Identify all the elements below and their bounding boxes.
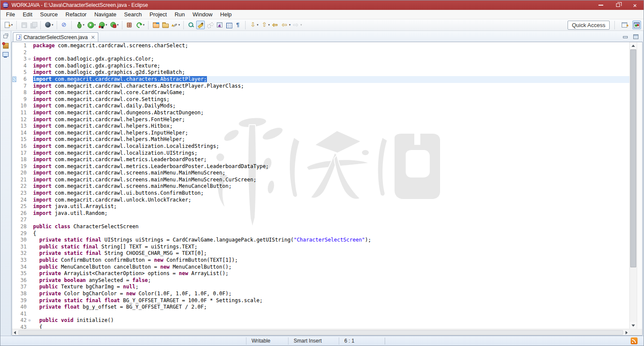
debug-button[interactable]: ▾ <box>75 21 85 29</box>
code-line-26[interactable]: 26import java.util.Random; <box>12 210 629 217</box>
code-line-23[interactable]: 23import com.megacrit.cardcrawl.ui.butto… <box>12 190 629 197</box>
code-line-9[interactable]: 9import com.megacrit.cardcrawl.core.Sett… <box>12 96 629 103</box>
code-line-14[interactable]: 14import com.megacrit.cardcrawl.helpers.… <box>12 130 629 137</box>
next-annotation-button[interactable]: ▾ <box>249 21 259 29</box>
code-line-27[interactable]: 27 <box>12 217 629 224</box>
code-line-30[interactable]: 30 private static final UIStrings uiStri… <box>12 237 629 244</box>
code-line-36[interactable]: 36 private boolean anySelected = false; <box>12 277 629 284</box>
code-line-10[interactable]: 10import com.megacrit.cardcrawl.daily.Da… <box>12 103 629 110</box>
fold-collapse-icon[interactable]: ⊖ <box>28 56 33 63</box>
package-explorer-icon[interactable] <box>2 42 9 49</box>
code-line-19[interactable]: 19import com.megacrit.cardcrawl.metrics.… <box>12 163 629 170</box>
menu-run[interactable]: Run <box>171 10 189 19</box>
scroll-right-icon[interactable] <box>623 329 629 336</box>
open-perspective-button[interactable] <box>620 21 629 29</box>
code-line-2[interactable]: 2 <box>12 49 629 56</box>
maximize-view-icon[interactable] <box>632 34 638 39</box>
last-edit-location-button[interactable] <box>271 21 280 29</box>
vertical-scrollbar[interactable] <box>629 42 637 329</box>
menu-source[interactable]: Source <box>36 10 61 19</box>
feed-icon[interactable] <box>631 337 638 344</box>
prev-annotation-button[interactable]: ▾ <box>260 21 271 29</box>
code-line-37[interactable]: 37 public Texture bgCharImg = null; <box>12 284 629 291</box>
back-button[interactable]: ▾ <box>281 21 292 29</box>
code-line-40[interactable]: 40 private float bg_y_offset = BG_Y_OFFS… <box>12 304 629 311</box>
profile-button[interactable]: ▾ <box>109 21 120 29</box>
code-line-25[interactable]: 25import java.util.ArrayList; <box>12 203 629 210</box>
vertical-scroll-thumb[interactable] <box>630 49 636 267</box>
show-grid-button[interactable] <box>225 21 233 29</box>
scroll-up-icon[interactable] <box>630 42 637 49</box>
gwt-compile-dropdown-icon[interactable]: ▾ <box>143 23 145 27</box>
code-line-29[interactable]: 29{ <box>12 230 629 237</box>
menu-search[interactable]: Search <box>120 10 146 19</box>
code-line-31[interactable]: 31 public static final String[] TEXT = u… <box>12 244 629 251</box>
code-area[interactable]: 1package com.megacrit.cardcrawl.screens.… <box>12 42 629 329</box>
code-line-13[interactable]: 13import com.megacrit.cardcrawl.helpers.… <box>12 123 629 130</box>
fold-collapse-icon[interactable]: ⊖ <box>28 317 33 324</box>
pen-search-button[interactable]: ▾ <box>170 21 181 29</box>
menu-edit[interactable]: Edit <box>19 10 36 19</box>
run-dropdown-icon[interactable]: ▾ <box>94 23 96 27</box>
code-line-1[interactable]: 1package com.megacrit.cardcrawl.screens.… <box>12 43 629 49</box>
code-line-8[interactable]: 8import com.megacrit.cardcrawl.core.Card… <box>12 89 629 96</box>
link-editor-button[interactable] <box>215 21 224 29</box>
menu-window[interactable]: Window <box>189 10 216 19</box>
quick-access-button[interactable]: Quick Access <box>568 21 610 30</box>
import-folder-button[interactable] <box>152 21 160 29</box>
web-browser-dropdown-icon[interactable]: ▾ <box>52 23 54 27</box>
coverage-dropdown-icon[interactable]: ▾ <box>106 23 107 27</box>
scroll-left-icon[interactable] <box>12 329 18 336</box>
forward-dropdown-icon[interactable]: ▾ <box>301 23 302 27</box>
open-type-button[interactable] <box>187 21 195 29</box>
code-line-35[interactable]: 35 private ArrayList<CharacterOption> op… <box>12 270 629 277</box>
code-line-22[interactable]: 22import com.megacrit.cardcrawl.screens.… <box>12 183 629 190</box>
minimize-button[interactable] <box>592 0 609 10</box>
code-line-6[interactable]: 6import com.megacrit.cardcrawl.character… <box>12 76 629 83</box>
code-line-17[interactable]: 17import com.megacrit.cardcrawl.localiza… <box>12 150 629 157</box>
tab-characterselectscreen[interactable]: CharacterSelectScreen.java ✕ <box>13 32 98 42</box>
code-line-3[interactable]: 3⊖import com.badlogic.gdx.graphics.Color… <box>12 56 629 63</box>
coverage-button[interactable]: ▾ <box>97 21 108 29</box>
code-line-28[interactable]: 28public class CharacterSelectScreen <box>12 224 629 230</box>
menu-help[interactable]: Help <box>216 10 236 19</box>
code-line-12[interactable]: 12import com.megacrit.cardcrawl.helpers.… <box>12 116 629 123</box>
code-line-42[interactable]: 42⊖ public void initialize() <box>12 317 629 324</box>
prev-annotation-dropdown-icon[interactable]: ▾ <box>268 23 270 27</box>
gears-button[interactable] <box>206 21 214 29</box>
code-line-11[interactable]: 11import com.megacrit.cardcrawl.dungeons… <box>12 110 629 116</box>
menu-refactor[interactable]: Refactor <box>62 10 91 19</box>
new-wizard-dropdown-icon[interactable]: ▾ <box>11 23 13 27</box>
close-button[interactable]: × <box>626 0 644 10</box>
console-view-icon[interactable] <box>2 51 9 58</box>
code-line-20[interactable]: 20import com.megacrit.cardcrawl.screens.… <box>12 170 629 177</box>
restore-views-icon[interactable] <box>2 32 9 40</box>
profile-dropdown-icon[interactable]: ▾ <box>117 23 119 27</box>
run-button[interactable]: ▾ <box>86 21 97 29</box>
horizontal-scroll-thumb[interactable] <box>18 330 623 335</box>
code-line-5[interactable]: 5import com.badlogic.gdx.graphics.g2d.Sp… <box>12 69 629 76</box>
web-browser-button[interactable]: ▾ <box>44 21 55 29</box>
code-line-7[interactable]: 7import com.megacrit.cardcrawl.character… <box>12 83 629 90</box>
forward-button[interactable]: ▾ <box>292 21 303 29</box>
code-line-38[interactable]: 38 private Color bgCharColor = new Color… <box>12 291 629 297</box>
open-folder-button[interactable] <box>161 21 170 29</box>
code-line-4[interactable]: 4import com.badlogic.gdx.graphics.Textur… <box>12 63 629 70</box>
mark-occurrences-button[interactable] <box>196 21 205 29</box>
code-editor[interactable]: 1package com.megacrit.cardcrawl.screens.… <box>12 42 643 336</box>
new-java-project-button[interactable] <box>125 21 134 29</box>
horizontal-scrollbar[interactable] <box>12 329 629 335</box>
gwt-compile-button[interactable]: ▾ <box>135 21 146 29</box>
menu-navigate[interactable]: Navigate <box>91 10 120 19</box>
show-whitespace-button[interactable] <box>234 21 243 29</box>
menu-project[interactable]: Project <box>146 10 170 19</box>
skip-breakpoints-button[interactable] <box>60 21 69 29</box>
back-dropdown-icon[interactable]: ▾ <box>289 23 291 27</box>
next-annotation-dropdown-icon[interactable]: ▾ <box>257 23 258 27</box>
code-line-16[interactable]: 16import com.megacrit.cardcrawl.localiza… <box>12 143 629 150</box>
pen-search-dropdown-icon[interactable]: ▾ <box>179 23 180 27</box>
code-line-39[interactable]: 39 private static final float BG_Y_OFFSE… <box>12 297 629 304</box>
debug-dropdown-icon[interactable]: ▾ <box>83 23 85 27</box>
code-line-33[interactable]: 33 public ConfirmButton confirmButton = … <box>12 257 629 264</box>
code-line-15[interactable]: 15import com.megacrit.cardcrawl.helpers.… <box>12 136 629 143</box>
